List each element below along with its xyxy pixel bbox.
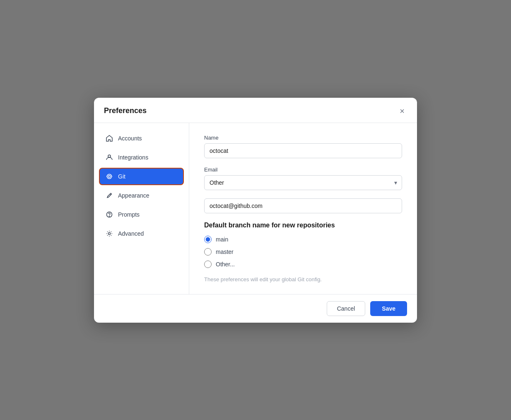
branch-section-title: Default branch name for new repositories [204,222,402,229]
modal-title: Preferences [104,106,147,115]
sidebar-item-integrations[interactable]: Integrations [99,149,184,166]
modal-footer: Cancel Save [94,294,417,323]
preferences-modal: Preferences × Accounts [94,98,417,323]
radio-item-main[interactable]: main [204,236,402,243]
svg-point-2 [107,174,112,179]
svg-point-7 [108,232,111,234]
sidebar-label-git: Git [118,173,125,180]
radio-main-label: main [216,236,228,243]
sidebar: Accounts Integrations [94,123,189,294]
radio-other-label: Other... [216,261,235,268]
sidebar-item-accounts[interactable]: Accounts [99,130,184,147]
radio-item-master[interactable]: master [204,248,402,256]
radio-other[interactable] [204,261,212,268]
sidebar-item-appearance[interactable]: Appearance [99,187,184,204]
sidebar-item-git[interactable]: Git [99,168,184,185]
sidebar-label-advanced: Advanced [118,230,144,237]
name-field-group: Name [204,135,402,158]
email-input-group [204,198,402,213]
branch-section: Default branch name for new repositories… [204,222,402,282]
email-field-group: Email noreply Other ▾ [204,167,402,190]
sidebar-label-integrations: Integrations [118,154,148,161]
helper-text: These preferences will edit your global … [204,276,402,282]
email-select-wrapper: noreply Other ▾ [204,175,402,190]
sidebar-label-prompts: Prompts [118,211,140,218]
radio-master-label: master [216,249,234,255]
name-input[interactable] [204,143,402,158]
radio-main[interactable] [204,236,212,243]
save-button[interactable]: Save [370,301,407,316]
gear-icon [106,230,113,237]
person-icon [106,154,113,161]
modal-body: Accounts Integrations [94,123,417,294]
modal-header: Preferences × [94,98,417,123]
name-label: Name [204,135,402,141]
sidebar-item-prompts[interactable]: Prompts [99,206,184,223]
home-icon [106,135,113,142]
sidebar-item-advanced[interactable]: Advanced [99,225,184,242]
email-select[interactable]: noreply Other [204,175,402,190]
sidebar-label-appearance: Appearance [118,192,149,199]
svg-point-6 [109,216,109,216]
email-input[interactable] [204,198,402,213]
modal-overlay: Preferences × Accounts [0,0,511,420]
svg-point-0 [108,155,111,157]
content-area: Name Email noreply Other ▾ [189,123,417,294]
branch-radio-group: main master Other... [204,236,402,268]
radio-item-other[interactable]: Other... [204,261,402,268]
svg-point-1 [108,175,111,177]
cancel-button[interactable]: Cancel [327,301,366,316]
help-circle-icon [106,211,113,218]
sidebar-label-accounts: Accounts [118,135,142,142]
close-button[interactable]: × [397,106,407,116]
radio-master[interactable] [204,248,212,256]
brush-icon [106,192,113,199]
email-label: Email [204,167,402,173]
git-icon [106,173,113,180]
